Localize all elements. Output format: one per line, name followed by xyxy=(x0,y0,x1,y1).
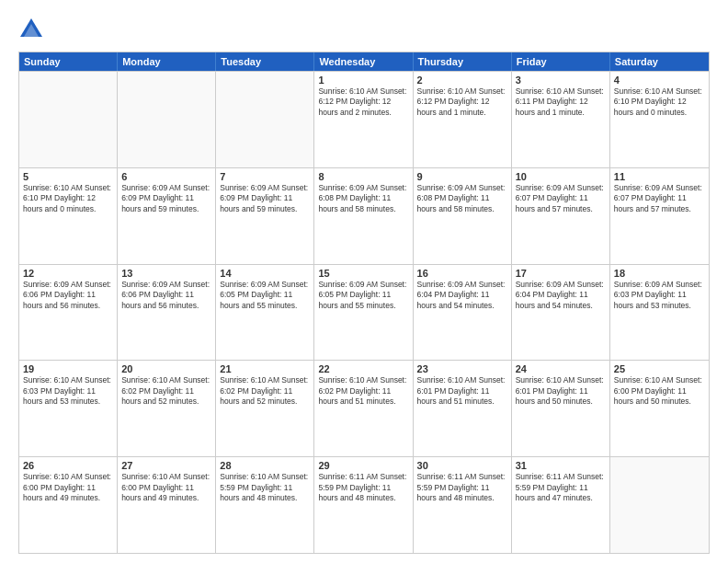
logo-icon xyxy=(18,17,44,42)
day-info: Sunrise: 6:10 AM Sunset: 6:00 PM Dayligh… xyxy=(23,472,113,503)
header xyxy=(18,17,710,42)
header-day-friday: Friday xyxy=(512,52,610,71)
day-cell-5: 5Sunrise: 6:10 AM Sunset: 6:10 PM Daylig… xyxy=(19,168,118,264)
day-cell-12: 12Sunrise: 6:09 AM Sunset: 6:06 PM Dayli… xyxy=(19,265,118,361)
header-day-sunday: Sunday xyxy=(19,52,118,71)
day-number: 9 xyxy=(417,171,507,182)
day-number: 2 xyxy=(417,75,507,86)
day-info: Sunrise: 6:11 AM Sunset: 5:59 PM Dayligh… xyxy=(318,472,408,503)
day-number: 18 xyxy=(614,268,705,279)
day-number: 27 xyxy=(121,460,211,471)
day-info: Sunrise: 6:11 AM Sunset: 5:59 PM Dayligh… xyxy=(417,472,507,503)
day-number: 8 xyxy=(318,171,408,182)
day-cell-6: 6Sunrise: 6:09 AM Sunset: 6:09 PM Daylig… xyxy=(118,168,216,264)
day-cell-28: 28Sunrise: 6:10 AM Sunset: 5:59 PM Dayli… xyxy=(216,457,314,553)
day-number: 22 xyxy=(318,363,408,374)
day-cell-7: 7Sunrise: 6:09 AM Sunset: 6:09 PM Daylig… xyxy=(216,168,314,264)
day-info: Sunrise: 6:09 AM Sunset: 6:06 PM Dayligh… xyxy=(121,280,211,311)
day-number: 13 xyxy=(121,268,211,279)
day-number: 29 xyxy=(318,460,408,471)
day-number: 31 xyxy=(516,460,606,471)
day-cell-21: 21Sunrise: 6:10 AM Sunset: 6:02 PM Dayli… xyxy=(216,361,314,456)
day-number: 24 xyxy=(516,363,606,374)
day-cell-31: 31Sunrise: 6:11 AM Sunset: 5:59 PM Dayli… xyxy=(512,457,610,553)
logo xyxy=(18,17,48,42)
day-cell-10: 10Sunrise: 6:09 AM Sunset: 6:07 PM Dayli… xyxy=(512,168,610,264)
day-cell-26: 26Sunrise: 6:10 AM Sunset: 6:00 PM Dayli… xyxy=(19,457,118,553)
page: SundayMondayTuesdayWednesdayThursdayFrid… xyxy=(0,0,728,563)
calendar-row-1: 5Sunrise: 6:10 AM Sunset: 6:10 PM Daylig… xyxy=(19,167,709,264)
day-cell-11: 11Sunrise: 6:09 AM Sunset: 6:07 PM Dayli… xyxy=(610,168,709,264)
day-info: Sunrise: 6:10 AM Sunset: 6:10 PM Dayligh… xyxy=(23,183,113,214)
empty-cell-4-6 xyxy=(610,457,709,553)
day-cell-15: 15Sunrise: 6:09 AM Sunset: 6:05 PM Dayli… xyxy=(314,265,413,361)
day-cell-30: 30Sunrise: 6:11 AM Sunset: 5:59 PM Dayli… xyxy=(414,457,512,553)
day-number: 25 xyxy=(614,363,705,374)
day-cell-8: 8Sunrise: 6:09 AM Sunset: 6:08 PM Daylig… xyxy=(314,168,413,264)
day-cell-20: 20Sunrise: 6:10 AM Sunset: 6:02 PM Dayli… xyxy=(118,361,216,456)
calendar-row-3: 19Sunrise: 6:10 AM Sunset: 6:03 PM Dayli… xyxy=(19,360,709,456)
day-number: 17 xyxy=(516,268,606,279)
day-cell-25: 25Sunrise: 6:10 AM Sunset: 6:00 PM Dayli… xyxy=(610,361,709,456)
calendar-row-4: 26Sunrise: 6:10 AM Sunset: 6:00 PM Dayli… xyxy=(19,456,709,553)
calendar: SundayMondayTuesdayWednesdayThursdayFrid… xyxy=(18,52,710,554)
day-number: 1 xyxy=(318,75,408,86)
day-info: Sunrise: 6:09 AM Sunset: 6:09 PM Dayligh… xyxy=(121,183,211,214)
day-number: 7 xyxy=(220,171,310,182)
day-info: Sunrise: 6:10 AM Sunset: 6:03 PM Dayligh… xyxy=(23,375,113,407)
day-info: Sunrise: 6:11 AM Sunset: 5:59 PM Dayligh… xyxy=(516,472,606,503)
day-number: 10 xyxy=(516,171,606,182)
day-cell-3: 3Sunrise: 6:10 AM Sunset: 6:11 PM Daylig… xyxy=(512,72,610,167)
day-cell-17: 17Sunrise: 6:09 AM Sunset: 6:04 PM Dayli… xyxy=(512,265,610,361)
day-number: 28 xyxy=(220,460,310,471)
day-info: Sunrise: 6:09 AM Sunset: 6:07 PM Dayligh… xyxy=(614,183,705,214)
day-cell-2: 2Sunrise: 6:10 AM Sunset: 6:12 PM Daylig… xyxy=(414,72,512,167)
day-info: Sunrise: 6:09 AM Sunset: 6:04 PM Dayligh… xyxy=(417,280,507,311)
day-number: 4 xyxy=(614,75,705,86)
day-info: Sunrise: 6:10 AM Sunset: 5:59 PM Dayligh… xyxy=(220,472,310,503)
day-info: Sunrise: 6:09 AM Sunset: 6:05 PM Dayligh… xyxy=(318,280,408,311)
day-info: Sunrise: 6:09 AM Sunset: 6:03 PM Dayligh… xyxy=(614,280,705,311)
day-info: Sunrise: 6:10 AM Sunset: 6:02 PM Dayligh… xyxy=(121,375,211,407)
day-cell-29: 29Sunrise: 6:11 AM Sunset: 5:59 PM Dayli… xyxy=(314,457,413,553)
day-info: Sunrise: 6:10 AM Sunset: 6:11 PM Dayligh… xyxy=(516,86,606,118)
calendar-body: 1Sunrise: 6:10 AM Sunset: 6:12 PM Daylig… xyxy=(19,71,709,553)
day-info: Sunrise: 6:09 AM Sunset: 6:09 PM Dayligh… xyxy=(220,183,310,214)
day-info: Sunrise: 6:09 AM Sunset: 6:07 PM Dayligh… xyxy=(516,183,606,214)
day-info: Sunrise: 6:09 AM Sunset: 6:06 PM Dayligh… xyxy=(23,280,113,311)
day-info: Sunrise: 6:10 AM Sunset: 6:02 PM Dayligh… xyxy=(220,375,310,407)
day-info: Sunrise: 6:09 AM Sunset: 6:05 PM Dayligh… xyxy=(220,280,310,311)
day-cell-16: 16Sunrise: 6:09 AM Sunset: 6:04 PM Dayli… xyxy=(414,265,512,361)
day-cell-1: 1Sunrise: 6:10 AM Sunset: 6:12 PM Daylig… xyxy=(314,72,413,167)
day-cell-14: 14Sunrise: 6:09 AM Sunset: 6:05 PM Dayli… xyxy=(216,265,314,361)
header-day-monday: Monday xyxy=(118,52,216,71)
day-info: Sunrise: 6:09 AM Sunset: 6:08 PM Dayligh… xyxy=(318,183,408,214)
day-cell-13: 13Sunrise: 6:09 AM Sunset: 6:06 PM Dayli… xyxy=(118,265,216,361)
day-info: Sunrise: 6:10 AM Sunset: 6:02 PM Dayligh… xyxy=(318,375,408,407)
day-info: Sunrise: 6:10 AM Sunset: 6:12 PM Dayligh… xyxy=(318,86,408,118)
day-cell-22: 22Sunrise: 6:10 AM Sunset: 6:02 PM Dayli… xyxy=(314,361,413,456)
day-number: 20 xyxy=(121,363,211,374)
calendar-header: SundayMondayTuesdayWednesdayThursdayFrid… xyxy=(19,52,709,71)
calendar-row-0: 1Sunrise: 6:10 AM Sunset: 6:12 PM Daylig… xyxy=(19,71,709,167)
day-info: Sunrise: 6:10 AM Sunset: 6:00 PM Dayligh… xyxy=(121,472,211,503)
day-number: 14 xyxy=(220,268,310,279)
header-day-wednesday: Wednesday xyxy=(314,52,413,71)
day-cell-23: 23Sunrise: 6:10 AM Sunset: 6:01 PM Dayli… xyxy=(414,361,512,456)
day-info: Sunrise: 6:09 AM Sunset: 6:08 PM Dayligh… xyxy=(417,183,507,214)
day-cell-19: 19Sunrise: 6:10 AM Sunset: 6:03 PM Dayli… xyxy=(19,361,118,456)
day-info: Sunrise: 6:10 AM Sunset: 6:10 PM Dayligh… xyxy=(614,86,705,118)
empty-cell-0-0 xyxy=(19,72,118,167)
day-number: 15 xyxy=(318,268,408,279)
day-number: 23 xyxy=(417,363,507,374)
day-cell-4: 4Sunrise: 6:10 AM Sunset: 6:10 PM Daylig… xyxy=(610,72,709,167)
day-number: 16 xyxy=(417,268,507,279)
day-number: 19 xyxy=(23,363,113,374)
day-number: 21 xyxy=(220,363,310,374)
day-number: 6 xyxy=(121,171,211,182)
day-number: 3 xyxy=(516,75,606,86)
day-cell-24: 24Sunrise: 6:10 AM Sunset: 6:01 PM Dayli… xyxy=(512,361,610,456)
day-info: Sunrise: 6:10 AM Sunset: 6:00 PM Dayligh… xyxy=(614,375,705,407)
header-day-tuesday: Tuesday xyxy=(216,52,314,71)
calendar-row-2: 12Sunrise: 6:09 AM Sunset: 6:06 PM Dayli… xyxy=(19,264,709,361)
